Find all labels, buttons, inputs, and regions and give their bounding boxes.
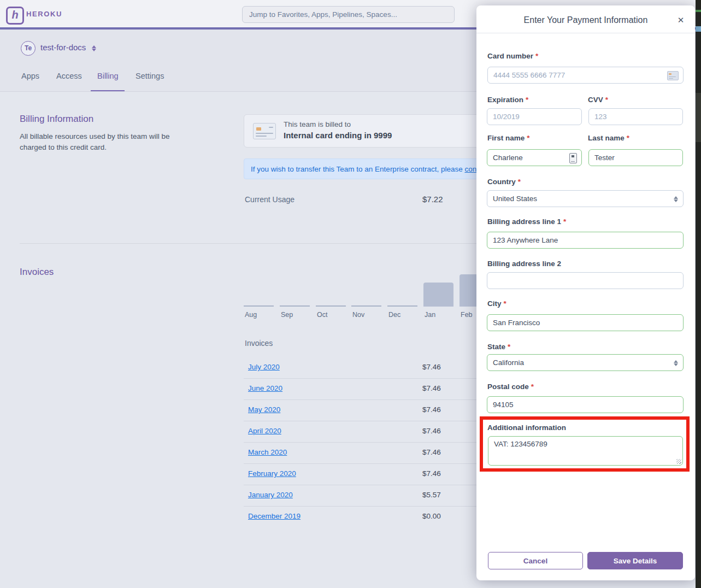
chart-month-label: Dec — [388, 311, 400, 319]
invoice-amount: $7.46 — [422, 427, 441, 435]
first-name-label: First name* — [487, 134, 530, 142]
cancel-button[interactable]: Cancel — [488, 552, 583, 569]
notice-contact-link[interactable]: con — [464, 165, 476, 173]
current-usage-value: $7.22 — [422, 195, 443, 204]
last-name-label: Last name* — [588, 134, 629, 142]
payment-information-modal: Enter Your Payment Information ✕ Card nu… — [476, 5, 695, 580]
team-switcher-icon[interactable] — [91, 44, 97, 52]
state-select[interactable]: California — [487, 354, 684, 371]
save-details-button[interactable]: Save Details — [587, 552, 683, 569]
invoice-link[interactable]: April 2020 — [248, 427, 281, 435]
invoice-link[interactable]: June 2020 — [248, 384, 282, 392]
invoice-amount: $7.46 — [422, 448, 441, 456]
invoice-bar — [423, 283, 453, 307]
address1-input[interactable] — [487, 232, 684, 249]
chart-month-label: Nov — [352, 311, 364, 319]
invoice-link[interactable]: July 2020 — [248, 363, 280, 371]
additional-information-label: Additional information — [487, 424, 566, 432]
additional-information-textarea[interactable]: VAT: 123456789 — [488, 436, 683, 466]
invoice-zero-line — [244, 305, 274, 307]
first-name-input[interactable] — [487, 149, 582, 166]
heroku-billing-screen: h HEROKU Te test-for-docs Apps Access Bi… — [0, 0, 701, 588]
team-name[interactable]: test-for-docs — [40, 43, 86, 52]
tab-apps[interactable]: Apps — [21, 72, 39, 80]
background-window-edge — [696, 0, 701, 588]
state-label: State* — [487, 343, 510, 351]
chart-month-nov: Nov — [351, 271, 381, 307]
chevron-updown-icon — [673, 359, 679, 367]
invoice-amount: $7.46 — [422, 384, 441, 392]
active-tab-underline — [91, 90, 125, 91]
address2-input[interactable] — [487, 272, 684, 289]
textarea-resize-grip[interactable] — [676, 459, 681, 464]
invoice-amount: $7.46 — [422, 405, 441, 414]
invoice-amount: $5.57 — [422, 491, 441, 499]
invoice-link[interactable]: May 2020 — [248, 405, 280, 414]
tab-access[interactable]: Access — [56, 72, 82, 80]
invoices-section-title: Invoices — [20, 267, 54, 278]
invoice-zero-line — [351, 305, 381, 307]
modal-header-divider — [476, 33, 695, 33]
postal-code-label: Postal code* — [487, 383, 534, 391]
address2-label: Billing address line 2 — [487, 260, 561, 268]
global-search-input[interactable] — [242, 6, 455, 23]
invoice-link[interactable]: January 2020 — [248, 491, 293, 499]
cvv-label: CVV* — [588, 96, 608, 104]
invoice-link[interactable]: February 2020 — [248, 469, 296, 478]
country-label: Country* — [487, 178, 521, 186]
city-label: City* — [487, 299, 506, 308]
chart-month-label: Jan — [425, 311, 435, 319]
invoice-zero-line — [387, 305, 417, 307]
notice-text: If you wish to transfer this Team to an … — [251, 165, 464, 173]
postal-code-input[interactable] — [487, 396, 684, 413]
card-type-icon — [667, 71, 679, 80]
heroku-wordmark[interactable]: HEROKU — [26, 10, 62, 18]
heroku-logo-icon[interactable]: h — [6, 7, 24, 25]
chart-month-aug: Aug — [244, 271, 274, 307]
modal-title: Enter Your Payment Information — [476, 15, 695, 25]
chart-month-dec: Dec — [387, 271, 417, 307]
chevron-updown-icon — [673, 195, 679, 203]
billed-to-intro: This team is billed to — [284, 120, 351, 128]
chart-month-label: Feb — [461, 311, 473, 319]
invoice-history-chart: AugSepOctNovDecJanFeb — [244, 271, 500, 307]
expiration-input[interactable] — [487, 108, 582, 125]
chart-month-label: Aug — [245, 311, 257, 319]
card-number-label: Card number* — [487, 52, 538, 60]
chart-month-sep: Sep — [280, 271, 310, 307]
billing-information-title: Billing Information — [20, 114, 93, 125]
city-input[interactable] — [487, 314, 684, 331]
cvv-input[interactable] — [588, 108, 683, 125]
chart-month-label: Oct — [317, 311, 327, 319]
invoice-amount: $0.00 — [422, 512, 441, 520]
invoices-list-heading: Invoices — [245, 339, 273, 348]
tab-billing[interactable]: Billing — [97, 72, 119, 80]
invoice-amount: $7.46 — [422, 363, 441, 371]
invoice-amount: $7.46 — [422, 469, 441, 478]
expiration-label: Expiration* — [487, 96, 528, 104]
billed-to-card-text: Internal card ending in 9999 — [284, 131, 392, 140]
credit-card-icon — [253, 123, 276, 139]
card-number-input[interactable] — [487, 67, 684, 84]
close-icon[interactable]: ✕ — [675, 14, 687, 26]
chart-month-jan: Jan — [423, 271, 453, 307]
chart-month-label: Sep — [281, 311, 293, 319]
invoice-link[interactable]: March 2020 — [248, 448, 287, 456]
address1-label: Billing address line 1* — [487, 217, 566, 226]
country-select[interactable]: United States — [487, 190, 684, 207]
team-avatar: Te — [21, 41, 36, 56]
invoice-zero-line — [280, 305, 310, 307]
chart-month-oct: Oct — [316, 271, 346, 307]
current-usage-label: Current Usage — [245, 195, 294, 204]
last-name-input[interactable] — [588, 149, 683, 166]
tab-settings[interactable]: Settings — [136, 72, 164, 80]
invoice-link[interactable]: December 2019 — [248, 512, 301, 520]
billing-information-description: All billable resources used by this team… — [20, 131, 178, 152]
autofill-icon[interactable] — [569, 153, 577, 163]
invoice-zero-line — [316, 305, 346, 307]
